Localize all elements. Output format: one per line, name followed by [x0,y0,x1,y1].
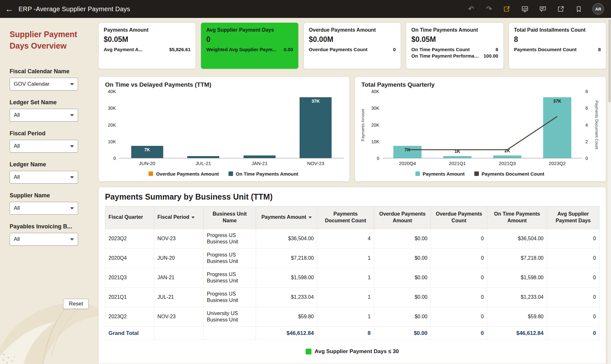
legend-payments-document-count[interactable]: Payments Document Count [474,171,544,177]
bar-value-label: 37K [311,99,320,104]
col-fiscal-period[interactable]: Fiscal Period [154,206,203,229]
combo-plot-area: 7K1K2K37K [382,91,582,158]
y-axis: 40K 30K 20K 10K 0 [103,91,119,158]
table-cell: 2021Q3 [105,268,154,287]
chevron-down-icon [70,83,74,85]
legend-overdue-payments[interactable]: Overdue Payments Amount [149,171,219,177]
legend-on-time-payments[interactable]: On Time Payments Amount [229,171,298,177]
payables-invoicing-dropdown[interactable]: All [10,233,78,246]
chart-legend: Payments Amount Payments Document Count [359,168,600,179]
table-cell: 1 [317,307,374,326]
table-cell: 2023Q2 [105,307,154,326]
bar[interactable]: 37K [543,97,572,158]
legend-swatch [229,171,233,176]
bar-nov-23[interactable]: 37K [288,91,344,158]
supplier-name-dropdown[interactable]: All [10,202,78,215]
bar[interactable]: 7K [393,146,422,158]
bar-2020q4[interactable]: 7K [382,91,432,158]
bar-plot-area: 7K37K [119,91,344,158]
bar[interactable]: 1K [443,156,472,158]
table-cell: $59.80 [487,307,547,326]
table-row: 2020Q4 JUN-20 Progress US Business Unit … [105,248,599,268]
legend-payments-amount[interactable]: Payments Amount [415,171,465,177]
x-label: JUL-21 [175,161,232,166]
kpi-sub-label: Overdue Payments Count [309,47,367,52]
kpi-title: Overdue Payments Amount [309,27,396,33]
kpi-value: $0.05M [104,35,190,44]
kpi-total-paid-installments[interactable]: Total Paid Installments Count 8 Payments… [509,22,606,69]
y-tick: 40K [371,89,379,94]
bar-jun-20[interactable]: 7K [119,91,175,158]
table-cell: $0.00 [374,307,431,326]
col-label: Fiscal Period [157,214,189,220]
col-overdue-payments-amount[interactable]: Overdue Payments Amount [374,206,431,229]
topbar-actions: ↶ ↷ AR [467,3,604,15]
sort-desc-icon[interactable] [191,217,195,218]
y-axis-title-right: Payments Document Count [593,91,600,158]
bar[interactable]: 37K [300,97,332,158]
bar[interactable] [187,156,219,158]
col-avg-supplier-payment-days[interactable]: Avg Supplier Payment Days [547,206,599,229]
bar[interactable]: 2K [493,155,522,158]
table-cell: 1 [317,248,374,268]
col-payments-amount[interactable]: Payments Amount [256,206,317,229]
y-tick: 2 [585,139,588,144]
y-tick: 0 [113,156,116,161]
table-cell: NOV-23 [154,229,203,248]
comment-icon[interactable] [539,5,547,13]
table-cell: 0 [431,229,487,248]
legend-label: Payments Amount [423,171,465,177]
filter-label: Supplier Name [10,192,93,199]
vertical-scrollbar[interactable] [608,18,611,364]
scrollbar-thumb[interactable] [608,19,611,102]
kpi-sub-value: 8 [598,47,601,52]
table-cell: $0.00 [374,248,431,268]
chart-title: On Time vs Delayed Payments (TTM) [105,81,344,88]
col-business-unit-name[interactable]: Business Unit Name [204,206,256,229]
bar-value-label: 7K [144,147,150,152]
redo-glyph: ↷ [486,5,492,12]
undo-glyph: ↶ [468,5,474,12]
kpi-overdue-payments-amount[interactable]: Overdue Payments Amount $0.00M Overdue P… [303,22,401,69]
presentation-icon[interactable] [521,5,529,13]
kpi-on-time-payments-amount[interactable]: On Time Payments Amount $0.05M On Time P… [406,22,503,69]
kpi-subrow: On Time Payments Count 8 [411,47,498,52]
kpi-sub-value: 0.00 [284,47,293,52]
kpi-avg-supplier-payment-days[interactable]: Avg Supplier Payment Days 0 Weighted Avg… [201,22,298,69]
col-overdue-payments-count[interactable]: Overdue Payments Count [431,206,487,229]
redo-icon[interactable]: ↷ [485,5,493,13]
bar-2021q1[interactable]: 1K [432,91,482,158]
kpi-payments-amount[interactable]: Payments Amount $0.05M Avg Payment A... … [98,22,196,69]
ledger-set-dropdown[interactable]: All [10,109,78,122]
bookmark-icon[interactable] [575,5,583,13]
fiscal-calendar-dropdown[interactable]: GOV Calendar [10,78,78,91]
y-tick: 30K [371,106,379,111]
edit-icon[interactable] [503,5,511,13]
bar-2021q3[interactable]: 2K [482,91,532,158]
y-tick: 4 [585,123,588,128]
open-window-icon[interactable] [557,5,565,13]
filters-sidebar: Supplier Payment Days Overview Fiscal Ca… [0,18,93,364]
fiscal-period-dropdown[interactable]: All [10,140,78,153]
table-cell: JUL-21 [154,287,203,307]
bar[interactable]: 7K [131,146,163,158]
col-on-time-payments-amount[interactable]: On Time Payments Amount [487,206,547,229]
legend-label: Overdue Payments Amount [156,171,219,177]
kpi-sub-label: Weighted Avg Supplier Paym... [206,47,277,52]
ledger-name-dropdown[interactable]: All [10,171,78,184]
x-label: 2023Q2 [532,161,582,166]
avatar[interactable]: AR [592,3,604,15]
bar-jul-21[interactable] [175,91,232,158]
y-tick: 0 [585,156,588,161]
sort-desc-icon[interactable] [309,217,312,218]
col-payments-document-count[interactable]: Payments Document Count [317,206,374,229]
undo-icon[interactable]: ↶ [467,5,475,13]
x-label: JAN-21 [231,161,288,166]
reset-button[interactable]: Reset [63,299,89,309]
axis-title-text: Payments Amount [361,109,365,141]
bar-2023q2[interactable]: 37K [532,91,582,158]
back-button[interactable]: ← [0,0,19,18]
bar[interactable] [244,155,276,158]
col-fiscal-quarter[interactable]: Fiscal Quarter [105,206,154,229]
bar-jan-21[interactable] [231,91,288,158]
